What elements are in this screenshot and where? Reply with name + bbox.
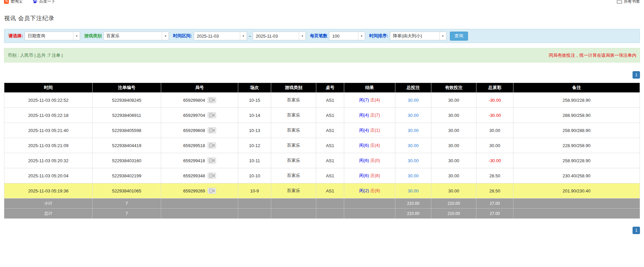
col-header-valid-bet: 有效投注 [431,83,476,93]
col-header-result: 结果 [344,83,395,93]
filter-bar: 请选择: 日期查询 ▼ 游戏类别 百家乐 ▼ 时间区间: 2025-11-03 … [4,29,640,43]
cell-total-bet: 30.00 [395,123,431,138]
cell-table-no: AS1 [316,123,344,138]
total-bet-link[interactable]: 30.00 [408,173,419,178]
select-type-label: 请选择: [8,33,23,39]
cell-valid-bet: 30.00 [431,93,476,108]
sort-order-select[interactable]: 降幂(由大到小) ▼ [390,32,446,40]
total-payout: 27.00 [476,209,513,219]
cell-payout: 28.50 [476,183,513,198]
cell-payout: 28.50 [476,168,513,183]
cell-total-bet: 30.00 [395,93,431,108]
cell-session: 10-14 [238,108,271,123]
cell-game-type: 百家乐 [271,123,316,138]
empty-cell [344,209,395,219]
cell-round-id: 659299804 [161,93,238,108]
total-bet-link[interactable]: 30.00 [408,98,419,103]
video-icon[interactable] [208,112,216,118]
video-icon[interactable] [208,188,216,194]
cell-round-id: 659299269 [161,183,238,198]
date-from-input[interactable]: 2025-11-03 ▼ [194,32,247,40]
sort-order-label: 时间排序: [369,33,388,39]
chevron-down-icon: ▼ [439,32,446,40]
query-type-select[interactable]: 日期查询 ▼ [25,32,80,40]
cell-remark: 230.40/258.90 [513,168,640,183]
empty-cell [271,198,316,209]
cell-bet-id: 522938403160 [93,153,161,168]
cell-table-no: AS1 [316,183,344,198]
bookmark-label: 百度一下 [39,0,55,4]
bookmark-baidu[interactable]: 百度一下 [33,0,55,4]
total-bet-link[interactable]: 30.00 [408,158,419,163]
video-icon[interactable] [208,97,216,103]
pagination-page-1[interactable]: 1 [633,71,640,79]
video-icon[interactable] [208,158,216,164]
chevron-down-icon: ▼ [73,32,80,40]
cell-bet-id: 522938408245 [93,93,161,108]
subtotal-row: 小计 7 210.00 210.00 27.00 [4,198,640,209]
cell-result: 闲(2)庄(9) [344,183,395,198]
col-header-session: 场次 [238,83,271,93]
cell-session: 10-15 [238,93,271,108]
result-player: 闲(6) [359,158,369,163]
col-header-payout: 总派彩 [476,83,513,93]
cell-game-type: 百家乐 [271,183,316,198]
date-to-input[interactable]: 2025-11-03 ▼ [253,32,306,40]
cell-round-id: 659299608 [161,123,238,138]
cell-time: 2025-11-03 05:19:36 [4,183,93,198]
total-count: 7 [93,209,161,219]
cell-result: 闲(6)庄(0) [344,153,395,168]
empty-cell [161,198,238,209]
cell-valid-bet: 30.00 [431,168,476,183]
game-type-select[interactable]: 百家乐 ▼ [103,32,169,40]
bookmark-aitaobao[interactable]: 淘 爱淘宝 [4,0,23,4]
total-bet-link[interactable]: 30.00 [408,113,419,118]
col-header-time: 时间 [4,83,93,93]
cell-table-no: AS1 [316,93,344,108]
cell-session: 10-11 [238,153,271,168]
cell-round-id: 659299518 [161,138,238,153]
cell-round-id: 659299348 [161,168,238,183]
bookmark-label: 爱淘宝 [10,0,23,4]
subtotal-valid-bet: 210.00 [431,198,476,209]
cell-valid-bet: 30.00 [431,183,476,198]
round-id-text: 659299269 [183,188,205,193]
result-banker: 庄(4) [370,143,380,148]
pagination-page-1[interactable]: 1 [633,227,640,234]
cell-remark: 288.90/258.90 [513,108,640,123]
col-header-game-type: 游戏类别 [271,83,316,93]
page-size-select[interactable]: 100 ▼ [329,32,365,40]
total-bet-link[interactable]: 30.00 [408,188,419,193]
cell-total-bet: 30.00 [395,108,431,123]
cell-total-bet: 30.00 [395,168,431,183]
cell-payout: -30.00 [476,153,513,168]
all-bookmarks-button[interactable]: 所有书签 [617,0,640,4]
cell-session: 10-13 [238,123,271,138]
video-icon[interactable] [208,173,216,179]
cell-valid-bet: 30.00 [431,108,476,123]
all-bookmarks-label: 所有书签 [624,0,640,4]
cell-bet-id: 522938402199 [93,168,161,183]
video-icon[interactable] [208,127,216,133]
cell-time: 2025-11-03 05:20:04 [4,168,93,183]
cell-remark: 258.90/288.90 [513,123,640,138]
table-body: 2025-11-03 05:22:52 522938408245 6592998… [4,93,640,198]
cell-remark: 228.90/258.90 [513,138,640,153]
taobao-icon: 淘 [4,0,9,4]
game-type-label: 游戏类别 [84,33,102,39]
table-row: 2025-11-03 05:22:18 522938406911 6592997… [4,108,640,123]
cell-game-type: 百家乐 [271,168,316,183]
table-header-row: 时间 注单编号 局号 场次 游戏类别 桌号 结果 总投注 有效投注 总派彩 备注 [4,83,640,93]
cell-game-type: 百家乐 [271,153,316,168]
search-button[interactable]: 查询 [450,32,468,41]
pagination-bottom: 1 [4,227,640,234]
cell-remark: 258.90/228.90 [513,153,640,168]
cell-time: 2025-11-03 05:21:09 [4,138,93,153]
cell-result: 闲(4)庄(7) [344,108,395,123]
cell-session: 10-12 [238,138,271,153]
total-bet-link[interactable]: 30.00 [408,143,419,148]
cell-valid-bet: 30.00 [431,138,476,153]
chevron-down-icon: ▼ [162,32,169,40]
video-icon[interactable] [208,142,216,148]
total-bet-link[interactable]: 30.00 [408,128,419,133]
